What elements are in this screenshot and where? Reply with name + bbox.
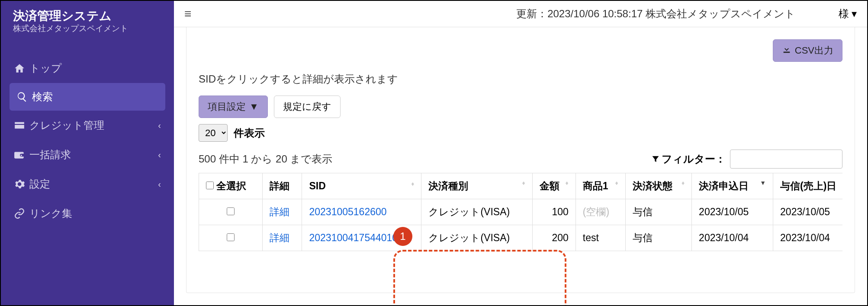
sidebar-item-label: 設定 (29, 177, 158, 191)
sidebar-item-label: リンク集 (29, 207, 161, 220)
select-all-checkbox[interactable] (206, 182, 214, 189)
sidebar-item-batch[interactable]: 一括請求 ‹ (1, 140, 174, 169)
table-row: 詳細 2023100417544010 クレジット(VISA) 200 test… (199, 225, 843, 251)
sort-icon: ♦ (682, 179, 685, 186)
th-status[interactable]: 決済状態♦ (625, 173, 691, 199)
csv-row: CSV出力 (199, 39, 842, 62)
cell-payment-type: クレジット(VISA) (421, 225, 532, 251)
content-panel: CSV出力 SIDをクリックすると詳細が表示されます 項目設定 ▼ 規定に戻す (186, 27, 855, 293)
sidebar-item-label: クレジット管理 (29, 118, 158, 132)
page-size-row: 20 件表示 (199, 124, 842, 142)
caret-down-icon: ▼ (249, 101, 259, 112)
th-amount[interactable]: 金額♦ (532, 173, 575, 199)
app-subtitle: 株式会社メタップスペイメント (13, 23, 162, 34)
th-payment-type[interactable]: 決済種別♦ (421, 173, 532, 199)
sidebar-header: 決済管理システム 株式会社メタップスペイメント (1, 1, 174, 41)
cell-product1: test (575, 225, 625, 251)
search-icon (16, 91, 32, 102)
page-size-select[interactable]: 20 (199, 124, 228, 142)
main: ≡ 更新：2023/10/06 10:58:17 株式会社メタップスペイメント … (174, 1, 867, 305)
sort-icon: ♦ (615, 179, 618, 186)
cell-auth-date: 2023/10/05 (773, 199, 842, 225)
column-settings-button[interactable]: 項目設定 ▼ (199, 96, 268, 118)
th-select-all[interactable]: 全選択 (199, 173, 263, 199)
content: CSV出力 SIDをクリックすると詳細が表示されます 項目設定 ▼ 規定に戻す (174, 27, 867, 305)
app-title: 決済管理システム (13, 9, 162, 23)
table-row: 詳細 20231005162600 クレジット(VISA) 100 (空欄) 与… (199, 199, 843, 225)
cell-amount: 200 (532, 225, 575, 251)
chevron-left-icon: ‹ (158, 121, 161, 131)
link-icon (14, 208, 29, 219)
page-size-label: 件表示 (234, 126, 265, 140)
cell-auth-date: 2023/10/04 (773, 225, 842, 251)
controls-row: 項目設定 ▼ 規定に戻す (199, 96, 842, 118)
sort-icon: ▼ (760, 179, 766, 186)
app-root: 決済管理システム 株式会社メタップスペイメント トップ 検索 クレジット管理 (0, 0, 868, 306)
record-info: 500 件中 1 から 20 まで表示 (199, 152, 332, 166)
credit-card-icon (14, 120, 29, 131)
sidebar-item-search[interactable]: 検索 (10, 83, 165, 111)
reset-button[interactable]: 規定に戻す (274, 96, 341, 118)
wallet-icon (14, 149, 29, 160)
sidebar-item-label: 一括請求 (29, 148, 158, 162)
info-row: 500 件中 1 から 20 まで表示 フィルター： (199, 150, 842, 169)
filter-icon (651, 155, 660, 163)
sort-icon: ♦ (411, 180, 414, 187)
sort-icon: ♦ (522, 179, 525, 186)
sidebar-item-top[interactable]: トップ (1, 54, 174, 83)
sidebar-item-links[interactable]: リンク集 (1, 199, 174, 228)
hamburger-icon[interactable]: ≡ (184, 7, 191, 21)
sidebar: 決済管理システム 株式会社メタップスペイメント トップ 検索 クレジット管理 (1, 1, 174, 305)
results-table: 全選択 詳細 SID♦ 決済種別♦ 金額♦ 商品1♦ 決済状態♦ 決済申込日▼ … (199, 173, 842, 251)
cell-status: 与信 (625, 199, 691, 225)
sid-link[interactable]: 20231005162600 (309, 206, 386, 217)
cell-payment-type: クレジット(VISA) (421, 199, 532, 225)
sid-link[interactable]: 2023100417544010 (309, 232, 398, 243)
hint-text: SIDをクリックすると詳細が表示されます (199, 72, 842, 86)
table-wrap: 全選択 詳細 SID♦ 決済種別♦ 金額♦ 商品1♦ 決済状態♦ 決済申込日▼ … (199, 173, 842, 251)
chevron-left-icon: ‹ (158, 179, 161, 189)
th-apply-date[interactable]: 決済申込日▼ (692, 173, 773, 199)
th-sid[interactable]: SID♦ (302, 173, 421, 199)
cell-apply-date: 2023/10/04 (692, 225, 773, 251)
filter-label: フィルター： (651, 152, 726, 166)
chevron-left-icon: ‹ (158, 150, 161, 160)
gear-icon (14, 178, 29, 190)
home-icon (14, 63, 29, 74)
caret-down-icon: ▾ (852, 8, 857, 20)
user-label: 様 (839, 7, 849, 21)
cell-status: 与信 (625, 225, 691, 251)
filter-input[interactable] (730, 150, 842, 169)
annotation-highlight-1 (393, 250, 566, 305)
row-checkbox[interactable] (227, 233, 235, 241)
sidebar-item-label: 検索 (32, 90, 158, 104)
topbar: ≡ 更新：2023/10/06 10:58:17 株式会社メタップスペイメント … (174, 1, 867, 27)
sidebar-nav: トップ 検索 クレジット管理 ‹ 一括請求 ‹ (1, 54, 174, 228)
th-auth-date[interactable]: 与信(売上)日♦ (773, 173, 842, 199)
table-header-row: 全選択 詳細 SID♦ 決済種別♦ 金額♦ 商品1♦ 決済状態♦ 決済申込日▼ … (199, 173, 843, 199)
sidebar-item-label: トップ (29, 61, 161, 75)
csv-export-button[interactable]: CSV出力 (773, 39, 842, 62)
filter-wrap: フィルター： (651, 150, 842, 169)
user-menu[interactable]: 様 ▾ (839, 7, 857, 21)
sidebar-item-settings[interactable]: 設定 ‹ (1, 169, 174, 199)
th-detail: 詳細 (262, 173, 302, 199)
download-icon (782, 45, 791, 57)
csv-label: CSV出力 (795, 44, 833, 57)
detail-link[interactable]: 詳細 (270, 232, 289, 243)
cell-product1: (空欄) (583, 206, 609, 217)
annotation-badge-1: 1 (393, 227, 412, 246)
sidebar-item-credit[interactable]: クレジット管理 ‹ (1, 111, 174, 140)
detail-link[interactable]: 詳細 (270, 206, 289, 217)
update-timestamp: 更新：2023/10/06 10:58:17 株式会社メタップスペイメント (516, 7, 795, 21)
row-checkbox[interactable] (227, 207, 235, 215)
sort-icon: ♦ (566, 179, 569, 186)
th-product1[interactable]: 商品1♦ (575, 173, 625, 199)
cell-amount: 100 (532, 199, 575, 225)
cell-apply-date: 2023/10/05 (692, 199, 773, 225)
